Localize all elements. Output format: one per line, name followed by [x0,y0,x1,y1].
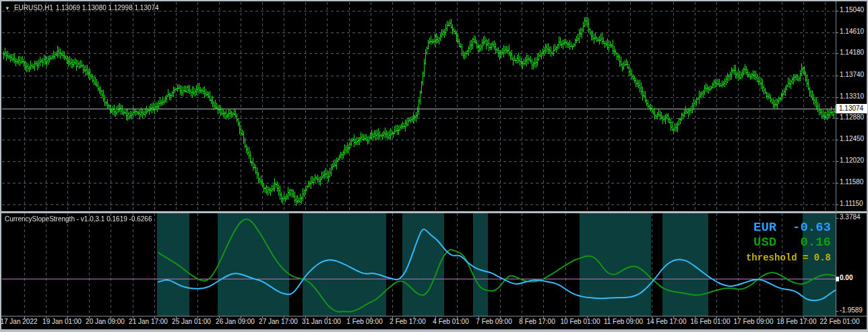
legend-usd-row: USD 0.16 [741,235,831,250]
legend-eur-label: EUR [753,220,776,235]
time-axis[interactable]: 17 Jan 202219 Jan 01:0020 Jan 09:0021 Ja… [1,316,868,329]
time-axis-label: 22 Feb 01:00 [809,318,868,325]
pane-separator[interactable] [1,211,867,213]
indicator-legend: EUR -0.63 USD 0.16 threshold = 0.8 [741,220,831,263]
indicator-axis-tick [836,218,838,219]
current-price-tag: 1.13074 [836,104,867,113]
indicator-axis-min-label: -1.9589 [840,306,863,314]
legend-usd-label: USD [753,235,776,250]
legend-eur-row: EUR -0.63 [741,220,831,235]
indicator-chart-canvas[interactable] [2,213,836,316]
ohlc-values: 1.13069 1.13080 1.12998 1.13074 [56,4,159,11]
indicator-axis[interactable]: 3.3784 0.00 -1.9589 [836,1,867,316]
legend-usd-value: 0.16 [800,235,831,250]
indicator-zero-tick [836,277,839,281]
symbol-dropdown-icon[interactable]: ▼ [5,5,10,11]
legend-eur-value: -0.63 [793,220,831,235]
indicator-title: CurrencySlopeStrength - v1.0,3.1 0.1619 … [5,215,152,223]
indicator-axis-max-label: 3.3784 [840,213,861,221]
symbol-period: EURUSD,H1 [14,4,53,11]
chart-title: ▼EURUSD,H11.13069 1.13080 1.12998 1.1307… [5,4,162,11]
indicator-axis-zero-label: 0.00 [840,274,852,281]
mt4-chart-window: ▼EURUSD,H11.13069 1.13080 1.12998 1.1307… [0,0,868,332]
price-chart-canvas[interactable] [2,2,836,211]
indicator-axis-tick [836,311,838,312]
legend-threshold: threshold = 0.8 [741,252,831,263]
